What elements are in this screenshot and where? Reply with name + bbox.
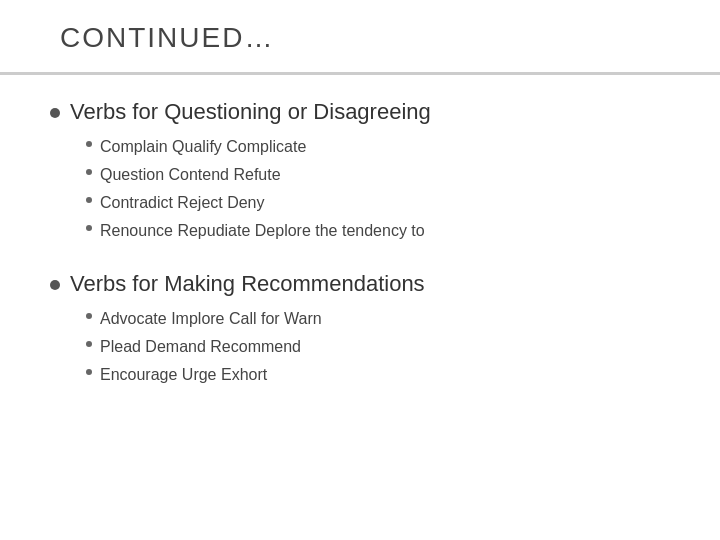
- section1-item-3: Contradict Reject Deny: [100, 191, 265, 215]
- list-item: Renounce Repudiate Deplore the tendency …: [86, 219, 670, 243]
- sub-bullet: [86, 225, 92, 231]
- slide: CONTINUED… Verbs for Questioning or Disa…: [0, 0, 720, 540]
- slide-title: CONTINUED…: [60, 22, 274, 53]
- section1-heading: Verbs for Questioning or Disagreeing: [50, 99, 670, 125]
- list-item: Question Contend Refute: [86, 163, 670, 187]
- section2-bullet: [50, 280, 60, 290]
- section1-heading-text: Verbs for Questioning or Disagreeing: [70, 99, 431, 125]
- sub-bullet: [86, 197, 92, 203]
- section1-item-2: Question Contend Refute: [100, 163, 281, 187]
- sub-bullet: [86, 369, 92, 375]
- section2-item-1: Advocate Implore Call for Warn: [100, 307, 322, 331]
- section-questioning: Verbs for Questioning or Disagreeing Com…: [50, 99, 670, 243]
- section2-heading-text: Verbs for Making Recommendations: [70, 271, 425, 297]
- list-item: Encourage Urge Exhort: [86, 363, 670, 387]
- section1-bullet: [50, 108, 60, 118]
- section1-list: Complain Qualify Complicate Question Con…: [86, 135, 670, 243]
- section1-item-4: Renounce Repudiate Deplore the tendency …: [100, 219, 425, 243]
- sub-bullet: [86, 169, 92, 175]
- section2-list: Advocate Implore Call for Warn Plead Dem…: [86, 307, 670, 387]
- section2-item-3: Encourage Urge Exhort: [100, 363, 267, 387]
- section1-item-1: Complain Qualify Complicate: [100, 135, 306, 159]
- list-item: Contradict Reject Deny: [86, 191, 670, 215]
- list-item: Advocate Implore Call for Warn: [86, 307, 670, 331]
- sub-bullet: [86, 313, 92, 319]
- sub-bullet: [86, 341, 92, 347]
- list-item: Complain Qualify Complicate: [86, 135, 670, 159]
- section-recommendations: Verbs for Making Recommendations Advocat…: [50, 271, 670, 387]
- slide-content: Verbs for Questioning or Disagreeing Com…: [0, 75, 720, 540]
- section2-heading: Verbs for Making Recommendations: [50, 271, 670, 297]
- section2-item-2: Plead Demand Recommend: [100, 335, 301, 359]
- sub-bullet: [86, 141, 92, 147]
- list-item: Plead Demand Recommend: [86, 335, 670, 359]
- title-bar: CONTINUED…: [0, 0, 720, 75]
